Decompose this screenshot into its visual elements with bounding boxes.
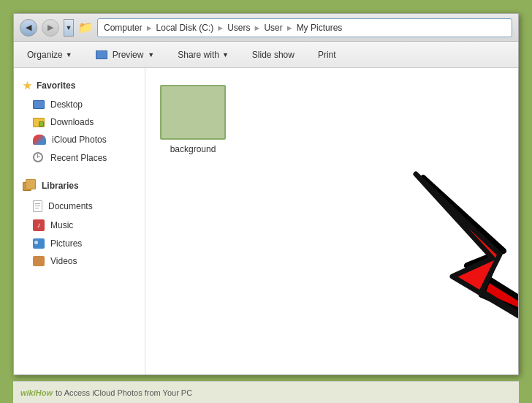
organize-button[interactable]: Organize ▼ bbox=[23, 48, 77, 62]
wikihow-title: to Access iCloud Photos from Your PC bbox=[56, 388, 192, 397]
main-area: ★ Favorites Desktop Downloads iCloud Pho… bbox=[14, 68, 518, 374]
content-area: background bbox=[145, 68, 518, 374]
forward-button[interactable]: ▶ bbox=[42, 19, 59, 37]
libraries-section[interactable]: Libraries bbox=[14, 175, 145, 197]
nav-panel: ★ Favorites Desktop Downloads iCloud Pho… bbox=[14, 68, 145, 374]
address-bar: ◀ ▶ ▼ 📁 Computer ► Local Disk (C:) ► Use… bbox=[14, 14, 518, 42]
recent-label: Recent Places bbox=[50, 153, 107, 163]
back-button[interactable]: ◀ bbox=[20, 19, 37, 37]
icloud-icon bbox=[33, 135, 46, 145]
pictures-label: Pictures bbox=[50, 238, 82, 249]
file-thumbnail bbox=[160, 85, 226, 140]
list-item[interactable]: background bbox=[156, 79, 229, 160]
documents-icon bbox=[33, 200, 42, 212]
svg-marker-0 bbox=[423, 178, 518, 339]
videos-icon bbox=[33, 256, 45, 266]
path-sep-3: ► bbox=[254, 23, 262, 32]
wikihow-logo: wikiHow bbox=[20, 388, 53, 397]
sidebar-item-documents[interactable]: Documents bbox=[14, 197, 145, 216]
path-localdisk: Local Disk (C:) bbox=[156, 23, 214, 33]
sidebar-item-videos[interactable]: Videos bbox=[14, 252, 145, 270]
spacer-1 bbox=[14, 167, 145, 175]
cursor-arrow-icon bbox=[379, 134, 518, 368]
print-label: Print bbox=[318, 50, 336, 60]
downloads-label: Downloads bbox=[50, 117, 94, 127]
organize-dropdown-icon: ▼ bbox=[66, 51, 72, 59]
libraries-label: Libraries bbox=[42, 181, 79, 191]
address-path[interactable]: Computer ► Local Disk (C:) ► Users ► Use… bbox=[97, 18, 512, 37]
favorites-label: Favorites bbox=[37, 80, 75, 91]
preview-dropdown-icon: ▼ bbox=[148, 51, 154, 59]
path-mypictures: My Pictures bbox=[297, 23, 343, 33]
path-sep-4: ► bbox=[286, 23, 294, 32]
share-button[interactable]: Share with ▼ bbox=[173, 48, 233, 62]
file-name: background bbox=[170, 144, 216, 154]
sidebar-item-music[interactable]: ♪ Music bbox=[14, 216, 145, 235]
toolbar: Organize ▼ Preview ▼ Share with ▼ Slide … bbox=[14, 42, 518, 68]
downloads-icon bbox=[33, 118, 45, 127]
sidebar-item-downloads[interactable]: Downloads bbox=[14, 113, 145, 131]
desktop-icon bbox=[33, 100, 45, 109]
slideshow-label: Slide show bbox=[252, 50, 294, 60]
videos-label: Videos bbox=[50, 256, 77, 266]
preview-icon bbox=[96, 50, 107, 59]
path-computer: Computer bbox=[104, 23, 142, 33]
wiki-text: wiki bbox=[20, 388, 36, 397]
favorites-star-icon: ★ bbox=[23, 80, 32, 91]
print-button[interactable]: Print bbox=[314, 48, 341, 62]
pictures-icon bbox=[33, 238, 45, 249]
path-user: User bbox=[264, 23, 282, 33]
desktop-label: Desktop bbox=[50, 99, 83, 110]
sidebar-item-desktop[interactable]: Desktop bbox=[14, 96, 145, 113]
recent-icon bbox=[33, 152, 45, 164]
path-sep-2: ► bbox=[216, 23, 224, 32]
preview-button[interactable]: Preview ▼ bbox=[91, 48, 159, 62]
music-label: Music bbox=[50, 220, 73, 230]
nav-dropdown[interactable]: ▼ bbox=[64, 19, 74, 37]
how-text: How bbox=[36, 388, 53, 397]
path-users: Users bbox=[227, 23, 250, 33]
favorites-section[interactable]: ★ Favorites bbox=[14, 75, 145, 96]
sidebar-item-pictures[interactable]: Pictures bbox=[14, 235, 145, 252]
icloud-label: iCloud Photos bbox=[52, 135, 107, 145]
libraries-icon bbox=[23, 179, 37, 192]
music-icon: ♪ bbox=[33, 219, 45, 231]
organize-label: Organize bbox=[27, 50, 63, 60]
slideshow-button[interactable]: Slide show bbox=[248, 48, 299, 62]
file-explorer-window: ◀ ▶ ▼ 📁 Computer ► Local Disk (C:) ► Use… bbox=[13, 13, 519, 375]
wikihow-footer: wikiHow to Access iCloud Photos from You… bbox=[13, 381, 519, 403]
documents-label: Documents bbox=[48, 201, 93, 211]
preview-label: Preview bbox=[113, 50, 144, 60]
folder-icon: 📁 bbox=[78, 20, 93, 34]
sidebar-item-recent[interactable]: Recent Places bbox=[14, 148, 145, 167]
share-dropdown-icon: ▼ bbox=[222, 51, 229, 59]
sidebar-item-icloud[interactable]: iCloud Photos bbox=[14, 131, 145, 148]
share-label: Share with bbox=[178, 50, 219, 60]
path-sep-1: ► bbox=[145, 23, 153, 32]
